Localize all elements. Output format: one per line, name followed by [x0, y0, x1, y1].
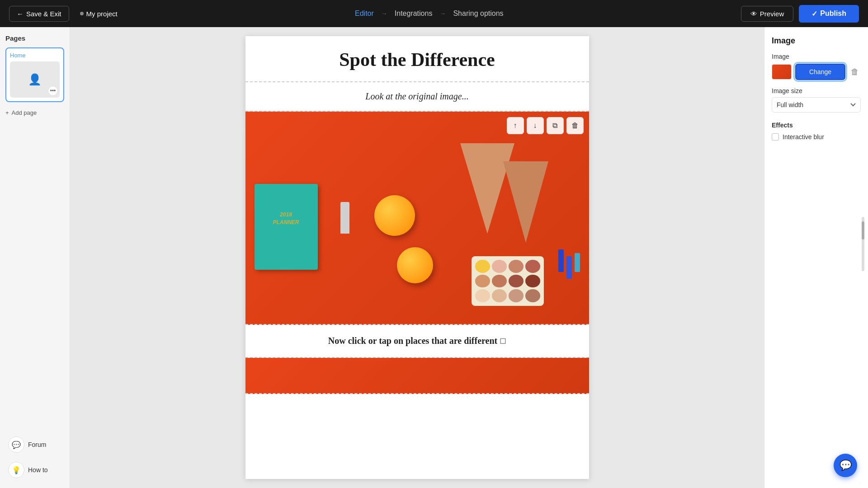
- howto-icon: 💡: [8, 462, 24, 478]
- scroll-indicator: [862, 217, 864, 271]
- howto-label: How to: [28, 466, 48, 474]
- unsaved-indicator: [80, 12, 84, 15]
- move-down-button[interactable]: ↓: [527, 117, 544, 134]
- page-card-home[interactable]: Home 👤 •••: [5, 47, 64, 102]
- project-name: My project: [80, 10, 118, 18]
- forum-label: Forum: [28, 441, 46, 448]
- page-thumb-person-icon: 👤: [28, 73, 42, 86]
- canvas-page: Spot the Difference Look at the original…: [245, 36, 589, 479]
- top-navigation: ← Save & Exit My project Editor → Integr…: [0, 0, 868, 27]
- main-image: 2018PLANNER: [245, 112, 589, 324]
- image-row: Change 🗑: [772, 64, 861, 80]
- image-section[interactable]: 2018PLANNER: [245, 112, 589, 325]
- left-sidebar: Pages Home 👤 ••• + Add page 💬 Forum 💡 Ho…: [0, 27, 70, 488]
- publish-label: Publish: [820, 9, 846, 18]
- add-page-button[interactable]: + Add page: [5, 109, 64, 116]
- save-exit-button[interactable]: ← Save & Exit: [9, 6, 69, 22]
- page-thumbnail: 👤 •••: [10, 61, 60, 98]
- effects-row: Interactive blur: [772, 133, 861, 141]
- notebook-text: 2018PLANNER: [255, 211, 318, 226]
- nav-right: 👁 Preview ✓ Publish: [741, 5, 859, 23]
- main-layout: Pages Home 👤 ••• + Add page 💬 Forum 💡 Ho…: [0, 27, 868, 488]
- move-up-button[interactable]: ↑: [507, 117, 524, 134]
- canvas-area[interactable]: Spot the Difference Look at the original…: [70, 27, 764, 488]
- image-size-label: Image size: [772, 87, 861, 94]
- title-section[interactable]: Spot the Difference: [245, 36, 589, 82]
- plus-icon: +: [5, 109, 9, 116]
- forum-icon: 💬: [8, 436, 24, 453]
- scroll-thumb: [862, 221, 864, 239]
- nav-left: ← Save & Exit My project: [9, 6, 118, 22]
- editor-label: Editor: [355, 9, 374, 18]
- integrations-step[interactable]: Integrations: [395, 9, 433, 18]
- clothespins-decoration: [558, 249, 580, 279]
- current-image-thumb: [772, 64, 792, 80]
- effects-title: Effects: [772, 122, 861, 129]
- arrow-2: →: [439, 10, 446, 17]
- duplicate-button[interactable]: ⧉: [547, 117, 564, 134]
- editor-step[interactable]: Editor: [355, 9, 374, 18]
- chat-icon: 💬: [840, 460, 852, 471]
- nail-polish-decoration: [340, 202, 349, 234]
- publish-button[interactable]: ✓ Publish: [799, 5, 859, 23]
- panel-title: Image: [772, 36, 861, 46]
- preview-label: Preview: [760, 10, 784, 18]
- preview-button[interactable]: 👁 Preview: [741, 6, 793, 22]
- main-title: Spot the Difference: [255, 49, 580, 70]
- interactive-blur-checkbox[interactable]: [772, 133, 779, 141]
- integrations-label: Integrations: [395, 9, 433, 18]
- pages-heading: Pages: [5, 34, 64, 42]
- bottom-image-strip[interactable]: [245, 358, 589, 394]
- sidebar-howto-item[interactable]: 💡 How to: [5, 459, 64, 481]
- interactive-blur-label: Interactive blur: [783, 133, 824, 141]
- delete-image-button[interactable]: 🗑: [849, 66, 861, 79]
- image-size-select[interactable]: Full width Half width Custom: [772, 97, 861, 113]
- eye-icon: 👁: [750, 10, 757, 18]
- chat-fab-button[interactable]: 💬: [834, 454, 857, 477]
- save-exit-label: Save & Exit: [26, 10, 61, 18]
- checkmark-icon: ✓: [811, 9, 817, 18]
- checkbox-icon: ☐: [500, 338, 506, 345]
- orange-half-2: [397, 247, 433, 283]
- right-panel: Image Image Change 🗑 Image size Full wid…: [764, 27, 868, 488]
- subtitle-section[interactable]: Look at the original image...: [245, 82, 589, 112]
- sharing-options-step[interactable]: Sharing options: [453, 9, 503, 18]
- nav-steps: Editor → Integrations → Sharing options: [118, 9, 741, 18]
- add-page-label: Add page: [12, 109, 37, 116]
- page-more-button[interactable]: •••: [48, 86, 58, 96]
- click-instruction-text: Now click or tap on places that are diff…: [256, 336, 578, 346]
- change-image-button[interactable]: Change: [795, 64, 845, 80]
- sharing-options-label: Sharing options: [453, 9, 503, 18]
- project-name-label: My project: [86, 10, 118, 18]
- arrow-left-icon: ←: [17, 10, 24, 18]
- orange-half-1: [374, 195, 415, 236]
- subtitle-text: Look at the original image...: [255, 91, 580, 102]
- ice-cream-cone-2: [503, 161, 548, 243]
- sidebar-bottom: 💬 Forum 💡 How to: [5, 434, 64, 481]
- click-instruction-label: Now click or tap on places that are diff…: [328, 336, 497, 346]
- arrow-1: →: [381, 10, 387, 17]
- delete-section-button[interactable]: 🗑: [566, 117, 584, 134]
- click-text-section[interactable]: Now click or tap on places that are diff…: [245, 325, 589, 358]
- image-section-label: Image: [772, 53, 861, 60]
- page-home-label: Home: [10, 52, 60, 59]
- sidebar-forum-item[interactable]: 💬 Forum: [5, 434, 64, 455]
- image-toolbar: ↑ ↓ ⧉ 🗑: [507, 117, 584, 134]
- notebook-decoration: 2018PLANNER: [255, 184, 318, 270]
- makeup-palette: [472, 256, 544, 306]
- trash-icon: 🗑: [851, 67, 859, 76]
